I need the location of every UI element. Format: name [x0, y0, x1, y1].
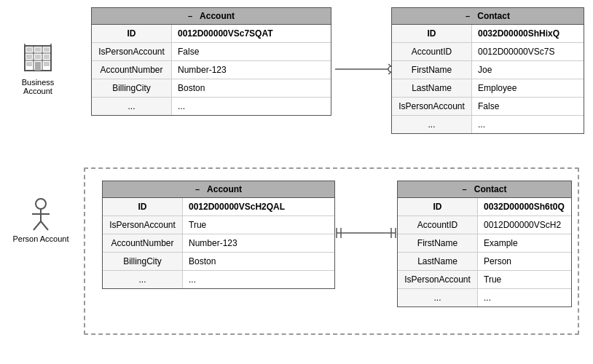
field-label: IsPersonAccount [103, 216, 183, 234]
field-label: AccountNumber [103, 234, 183, 252]
field-label: IsPersonAccount [398, 271, 478, 288]
table-row: ID 0012D00000VScH2QAL [103, 198, 334, 216]
svg-rect-22 [44, 55, 50, 59]
field-label: BillingCity [92, 79, 172, 97]
field-value: Example [478, 234, 571, 252]
field-label: FirstName [392, 61, 472, 79]
field-label: AccountNumber [92, 61, 172, 79]
field-value: Employee [472, 79, 584, 97]
field-label: ... [92, 98, 172, 115]
svg-rect-18 [35, 47, 41, 52]
table-row: ID 0032D00000ShHixQ [392, 25, 584, 43]
field-value: ... [472, 116, 584, 133]
field-label: ... [398, 289, 478, 306]
top-account-title: Account [200, 11, 235, 21]
field-value: Number-123 [172, 61, 331, 79]
field-label: ID [398, 198, 478, 215]
building-icon [20, 40, 55, 75]
svg-rect-25 [35, 62, 41, 71]
svg-rect-21 [35, 55, 41, 59]
table-row: FirstName Joe [392, 61, 584, 79]
table-row: IsPersonAccount True [103, 216, 334, 234]
field-value: 0012D00000VSc7SQAT [172, 25, 331, 42]
field-label: IsPersonAccount [92, 43, 172, 60]
business-account-label: Business Account [22, 78, 55, 95]
svg-point-26 [36, 199, 46, 209]
svg-rect-20 [26, 55, 32, 59]
field-value: ... [478, 289, 571, 306]
top-contact-table-header: – Contact [392, 8, 584, 25]
bottom-contact-table-header: – Contact [398, 181, 571, 198]
field-value: Number-123 [183, 234, 334, 252]
bottom-account-title: Account [207, 184, 242, 194]
table-row: FirstName Example [398, 234, 571, 253]
table-row: AccountNumber Number-123 [92, 61, 331, 79]
svg-line-29 [34, 221, 41, 230]
bottom-contact-table: – Contact ID 0032D00000Sh6t0Q AccountID … [397, 181, 572, 307]
field-value: Boston [183, 253, 334, 270]
table-row: BillingCity Boston [103, 253, 334, 271]
top-account-collapse-btn[interactable]: – [188, 12, 192, 20]
table-row: ... ... [103, 271, 334, 288]
field-value: Boston [172, 79, 331, 97]
field-value: True [478, 271, 571, 288]
field-label: ... [103, 271, 183, 288]
svg-rect-23 [26, 62, 32, 66]
field-value: ... [172, 98, 331, 115]
field-label: LastName [392, 79, 472, 97]
bottom-account-table: – Account ID 0012D00000VScH2QAL IsPerson… [102, 181, 335, 289]
table-row: ... ... [392, 116, 584, 133]
table-row: IsPersonAccount True [398, 271, 571, 289]
field-label: ID [92, 25, 172, 42]
field-value: Joe [472, 61, 584, 79]
field-label: ... [392, 116, 472, 133]
field-value: 0032D00000ShHixQ [472, 25, 584, 42]
field-label: BillingCity [103, 253, 183, 270]
field-value: True [183, 216, 334, 234]
field-value: False [472, 98, 584, 115]
field-label: FirstName [398, 234, 478, 252]
field-value: 0012D00000VSc7S [472, 43, 584, 60]
table-row: LastName Person [398, 253, 571, 271]
person-account-icon-container: Person Account [12, 197, 70, 243]
table-row: AccountID 0012D00000VScH2 [398, 216, 571, 234]
business-account-icon-container: Business Account [9, 40, 67, 95]
bottom-account-collapse-btn[interactable]: – [195, 185, 200, 194]
table-row: BillingCity Boston [92, 79, 331, 98]
bottom-account-table-header: – Account [103, 181, 334, 198]
field-value: 0032D00000Sh6t0Q [478, 198, 571, 215]
person-icon [28, 197, 54, 232]
table-row: IsPersonAccount False [392, 98, 584, 116]
table-row: LastName Employee [392, 79, 584, 98]
svg-rect-17 [26, 47, 32, 52]
svg-line-30 [41, 221, 48, 230]
bottom-contact-title: Contact [474, 184, 507, 194]
top-contact-collapse-btn[interactable]: – [466, 12, 470, 20]
bottom-contact-collapse-btn[interactable]: – [463, 185, 467, 194]
field-label: ID [392, 25, 472, 42]
top-contact-table: – Contact ID 0032D00000ShHixQ AccountID … [391, 7, 584, 134]
table-row: ... ... [398, 289, 571, 306]
field-value: 0012D00000VScH2QAL [183, 198, 334, 215]
field-label: AccountID [398, 216, 478, 234]
top-account-table: – Account ID 0012D00000VSc7SQAT IsPerson… [91, 7, 331, 116]
table-row: AccountID 0012D00000VSc7S [392, 43, 584, 61]
field-value: Person [478, 253, 571, 270]
table-row: ... ... [92, 98, 331, 115]
top-contact-title: Contact [477, 11, 510, 21]
field-label: ID [103, 198, 183, 215]
field-value: ... [183, 271, 334, 288]
table-row: IsPersonAccount False [92, 43, 331, 61]
field-value: False [172, 43, 331, 60]
field-value: 0012D00000VScH2 [478, 216, 571, 234]
table-row: ID 0032D00000Sh6t0Q [398, 198, 571, 216]
top-account-table-header: – Account [92, 8, 331, 25]
table-row: ID 0012D00000VSc7SQAT [92, 25, 331, 43]
field-label: AccountID [392, 43, 472, 60]
diagram-area: Business Account – Account ID 0012D00000… [0, 0, 593, 364]
person-account-label: Person Account [12, 234, 68, 243]
table-row: AccountNumber Number-123 [103, 234, 334, 253]
field-label: IsPersonAccount [392, 98, 472, 115]
svg-rect-19 [44, 47, 50, 52]
svg-rect-24 [44, 62, 50, 66]
